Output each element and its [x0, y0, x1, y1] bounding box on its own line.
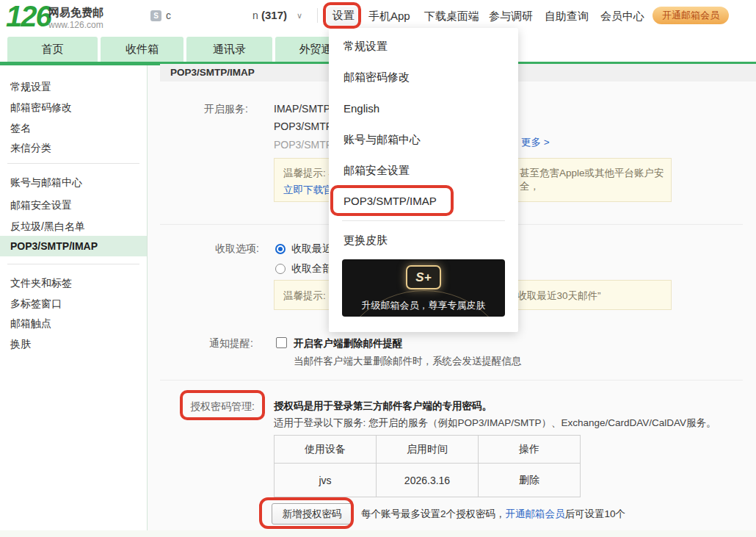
notify-checkbox-label[interactable]: 开启客户端删除邮件提醒 [294, 337, 403, 350]
auth-table: 使用设备 启用时间 操作 jvs 2026.3.16 删除 [274, 435, 581, 497]
chevron-down-icon[interactable]: ∨ [297, 11, 302, 21]
account-email-prefix: c [166, 10, 171, 21]
add-auth-password-button[interactable]: 新增授权密码 [272, 503, 352, 525]
tip1-right-line1: 甚至危害Apple或其他平台账户安全， [520, 167, 671, 193]
nav-mobile-app[interactable]: 手机App [368, 10, 410, 24]
sidebar-item-general[interactable]: 常规设置 [10, 81, 51, 94]
menu-item-account-center[interactable]: 账号与邮箱中心 [344, 133, 421, 147]
auth-quota-note: 每个账号最多设置2个授权密码，开通邮箱会员后可设置10个 [361, 508, 625, 521]
cell-device: jvs [275, 464, 377, 497]
col-enable-time: 启用时间 [377, 436, 479, 464]
table-header-row: 使用设备 启用时间 操作 [275, 436, 581, 464]
auth-desc2: 适用于登录以下服务: 您开启的服务（例如POP3/IMAP/SMTP）、Exch… [274, 417, 716, 430]
sidebar-selected-label: POP3/SMTP/IMAP [10, 236, 98, 256]
sidebar-divider [7, 163, 139, 164]
header-divider [317, 8, 318, 23]
col-device: 使用设备 [275, 436, 377, 464]
menu-item-pop3[interactable]: POP3/SMTP/IMAP [344, 195, 437, 207]
fetch-options-label: 收取选项: [215, 242, 259, 256]
delete-link[interactable]: 删除 [479, 464, 581, 497]
note-after: 后可设置10个 [565, 508, 626, 519]
menu-item-security[interactable]: 邮箱安全设置 [344, 164, 410, 178]
radio-all-unselected[interactable] [275, 264, 286, 274]
footer-strip [0, 530, 756, 537]
nav-desktop-download[interactable]: 下载桌面端 [424, 10, 479, 24]
sidebar-item-account-center[interactable]: 账号与邮箱中心 [10, 176, 82, 190]
sidebar-item-pop3-selected[interactable]: POP3/SMTP/IMAP [0, 236, 147, 256]
unread-count: (317) [261, 9, 287, 21]
sidebar-divider [7, 264, 139, 264]
auth-label: 授权密码管理: [190, 400, 255, 414]
account-email-suffix: n [252, 10, 258, 21]
sidebar-item-security[interactable]: 邮箱安全设置 [10, 199, 72, 212]
tip2-right: “收取最近30天邮件” [514, 289, 601, 303]
sidebar-item-multitab[interactable]: 多标签窗口 [10, 298, 62, 311]
table-row: jvs 2026.3.16 删除 [275, 464, 581, 497]
nav-survey[interactable]: 参与调研 [489, 10, 533, 24]
menu-item-general[interactable]: 常规设置 [344, 40, 388, 54]
brand-domain: www.126.com [48, 20, 103, 30]
sidebar-item-signature[interactable]: 签名 [10, 122, 31, 135]
page-title: POP3/SMTP/IMAP [170, 67, 255, 78]
banner-text: 升级邮箱会员，尊享专属皮肤 [342, 299, 505, 312]
redacted-email [172, 7, 250, 23]
more-link[interactable]: 更多 > [521, 136, 550, 149]
brand-name: 网易免费邮 [48, 6, 103, 20]
settings-menu-link[interactable]: 设置 [327, 7, 360, 25]
auth-desc1: 授权码是用于登录第三方邮件客户端的专用密码。 [274, 400, 492, 413]
sidebar-item-touchpoint[interactable]: 邮箱触点 [10, 317, 51, 331]
note-vip-link[interactable]: 开通邮箱会员 [506, 508, 565, 519]
settings-dropdown-menu: 常规设置 邮箱密码修改 English 账号与邮箱中心 邮箱安全设置 POP3/… [329, 28, 518, 332]
splus-logo-icon: S+ [406, 265, 441, 289]
cell-date: 2026.3.16 [377, 464, 479, 497]
brand-logo[interactable]: 126 [6, 0, 51, 32]
sidebar-item-skin[interactable]: 换肤 [10, 338, 31, 351]
tab-home[interactable]: 首页 [7, 37, 98, 62]
service-label: 开启服务: [204, 103, 248, 116]
menu-item-password[interactable]: 邮箱密码修改 [344, 71, 410, 84]
notify-label: 通知提醒: [209, 337, 253, 350]
notify-checkbox[interactable] [276, 337, 287, 348]
webmail-page: 126 网易免费邮 www.126.com S c n (317) ∨ 设置 手… [0, 0, 756, 537]
tab-contacts[interactable]: 通讯录 [186, 37, 272, 62]
sidebar-item-folders-tags[interactable]: 文件夹和标签 [10, 277, 72, 290]
sidebar-item-antispam[interactable]: 反垃圾/黑白名单 [10, 220, 85, 234]
nav-member-center[interactable]: 会员中心 [600, 10, 644, 24]
s-badge-icon: S [150, 10, 161, 21]
notify-note: 当邮件客户端大量删除邮件时，系统会发送提醒信息 [294, 355, 522, 368]
tab-inbox[interactable]: 收件箱 [101, 37, 183, 62]
vip-upgrade-button[interactable]: 开通邮箱会员 [653, 7, 729, 24]
col-action: 操作 [479, 436, 581, 464]
vip-skin-banner[interactable]: S+ 升级邮箱会员，尊享专属皮肤 [342, 259, 505, 317]
radio-recent-selected[interactable] [275, 244, 286, 254]
menu-divider [342, 220, 505, 221]
nav-self-service[interactable]: 自助查询 [545, 10, 589, 24]
service-line-pop3-gray: POP3/SMTP/ [274, 139, 335, 151]
menu-item-english[interactable]: English [344, 102, 379, 115]
sidebar-item-mail-sorting[interactable]: 来信分类 [10, 142, 51, 155]
section-divider [160, 380, 743, 381]
sidebar-item-password[interactable]: 邮箱密码修改 [10, 101, 72, 115]
menu-item-change-skin[interactable]: 更换皮肤 [344, 234, 388, 248]
note-before: 每个账号最多设置2个授权密码， [361, 508, 506, 519]
